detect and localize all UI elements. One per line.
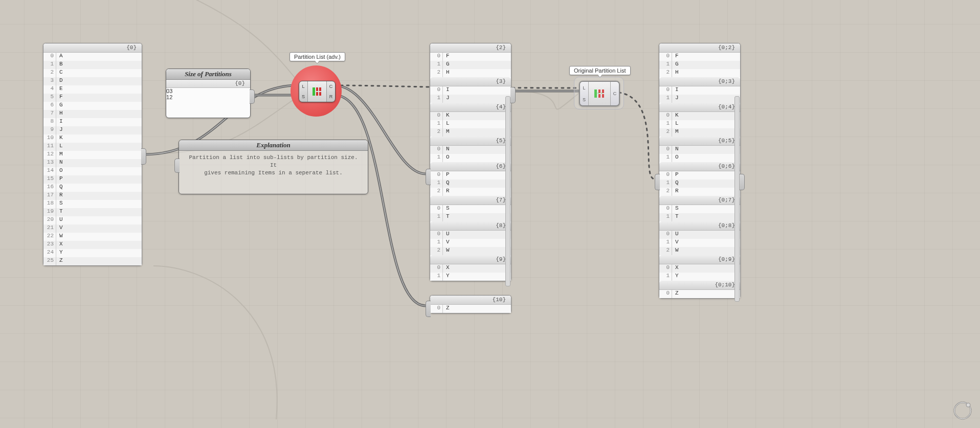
port-C[interactable]: C [329, 84, 333, 89]
panel-remainder-header: {10} [430, 296, 511, 305]
row-index: 1 [430, 95, 443, 103]
panel-result-chunks-output-grip[interactable] [510, 87, 516, 103]
row-index: 2 [659, 188, 672, 196]
svg-rect-3 [319, 87, 321, 91]
group-header: {0;2} [659, 43, 740, 53]
component-selection-halo [574, 77, 624, 109]
list-row: 1J [430, 95, 511, 103]
row-value: M [56, 151, 63, 159]
list-row: 24Y [43, 249, 142, 257]
row-value: S [672, 205, 679, 213]
panel-explanation-input-grip[interactable] [174, 159, 180, 173]
port-L[interactable]: L [302, 84, 304, 89]
row-value: R [56, 192, 63, 200]
compass-gizmo[interactable] [951, 399, 974, 422]
row-value: X [672, 264, 679, 273]
row-value: A [56, 53, 63, 61]
row-value: Z [443, 305, 450, 313]
row-index: 1 [659, 239, 672, 247]
list-row: 0Z [659, 290, 740, 298]
list-row: 15P [43, 175, 142, 184]
row-value: M [672, 128, 679, 137]
list-row: 11L [43, 143, 142, 151]
row-value: Z [56, 257, 63, 265]
list-row: 0S [659, 205, 740, 213]
row-value: O [672, 154, 679, 162]
group-header: {9} [430, 255, 511, 264]
port-R[interactable]: R [329, 94, 333, 99]
panel-result-chunks-input-grip[interactable] [426, 169, 431, 185]
row-index: 0 [430, 86, 443, 95]
row-value: E [56, 85, 63, 94]
list-row: 0U [430, 231, 511, 239]
row-value: D [56, 77, 63, 85]
row-value: H [672, 69, 679, 77]
row-value: N [443, 146, 450, 154]
panel-result-original-output-grip[interactable] [740, 174, 745, 190]
list-row: 0F [659, 53, 740, 61]
row-value: T [672, 213, 679, 221]
row-value: X [56, 241, 63, 249]
panel-result-remainder[interactable]: {10} 0Z [430, 295, 511, 313]
row-value: Y [672, 273, 679, 281]
list-row: 2W [659, 247, 740, 255]
list-row: 0P [659, 171, 740, 179]
list-row: 2M [659, 128, 740, 137]
port-S[interactable]: S [302, 94, 305, 99]
component-partition-list-adv[interactable]: L S C R [299, 81, 336, 102]
list-row: 2W [430, 247, 511, 255]
panel-result-original-scrollbar[interactable] [734, 96, 740, 302]
canvas[interactable]: {0} 0A1B2C3D4E5F6G7H8I9J10K11L12M13N14O1… [0, 0, 980, 428]
row-value: J [672, 95, 679, 103]
row-value: T [443, 213, 450, 221]
panel-sizes[interactable]: Size of Partitions {0} 0312 [166, 69, 251, 118]
panel-result-chunks-scrollbar[interactable] [505, 96, 510, 286]
row-index: 2 [659, 69, 672, 77]
row-value: U [672, 231, 679, 239]
row-index: 13 [43, 159, 56, 167]
panel-sizes-output-grip[interactable] [250, 89, 255, 104]
row-index: 20 [43, 216, 56, 224]
row-index: 7 [43, 110, 56, 118]
group-header: {0;9} [659, 255, 740, 264]
row-index: 22 [43, 233, 56, 241]
panel-alphabet[interactable]: {0} 0A1B2C3D4E5F6G7H8I9J10K11L12M13N14O1… [43, 43, 142, 266]
row-value: Q [672, 179, 679, 188]
row-value: F [56, 94, 63, 102]
panel-remainder-input-grip[interactable] [426, 301, 431, 317]
list-row: 7H [43, 110, 142, 118]
list-row: 0N [430, 146, 511, 154]
group-header: {0;5} [659, 137, 740, 146]
list-row: 0X [659, 264, 740, 273]
row-value: N [56, 159, 63, 167]
row-index: 2 [430, 69, 443, 77]
panel-alphabet-output-grip[interactable] [141, 148, 146, 165]
row-index: 24 [43, 249, 56, 257]
row-index: 0 [659, 264, 672, 273]
panel-result-original-input-grip[interactable] [655, 174, 660, 190]
list-row: 1J [659, 95, 740, 103]
row-value: Z [672, 290, 679, 298]
row-value: J [56, 126, 63, 134]
row-index: 2 [430, 128, 443, 137]
panel-result-chunks[interactable]: {2}0F1G2H{3}0I1J{4}0K1L2M{5}0N1O{6}0P1Q2… [430, 43, 511, 281]
row-value: S [56, 200, 63, 208]
list-row: 1Q [430, 179, 511, 188]
panel-sizes-title: Size of Partitions [166, 69, 250, 80]
list-row: 1Y [430, 273, 511, 281]
row-value: W [672, 247, 679, 255]
list-row: 1B [43, 61, 142, 69]
list-row: 22W [43, 233, 142, 241]
ports-in: L S [299, 81, 307, 102]
row-index: 0 [430, 146, 443, 154]
row-value: K [56, 134, 63, 143]
row-value: G [56, 102, 63, 110]
panel-result-original[interactable]: {0;2}0F1G2H{0;3}0I1J{0;4}0K1L2M{0;5}0N1O… [659, 43, 741, 299]
list-row: 21V [43, 224, 142, 233]
row-value: 2 [169, 94, 172, 100]
row-value: V [56, 224, 63, 233]
list-row: 0I [659, 86, 740, 95]
row-value: T [56, 208, 63, 216]
panel-explanation[interactable]: Explanation Partition a list into sub-li… [179, 140, 368, 194]
row-index: 1 [43, 61, 56, 69]
